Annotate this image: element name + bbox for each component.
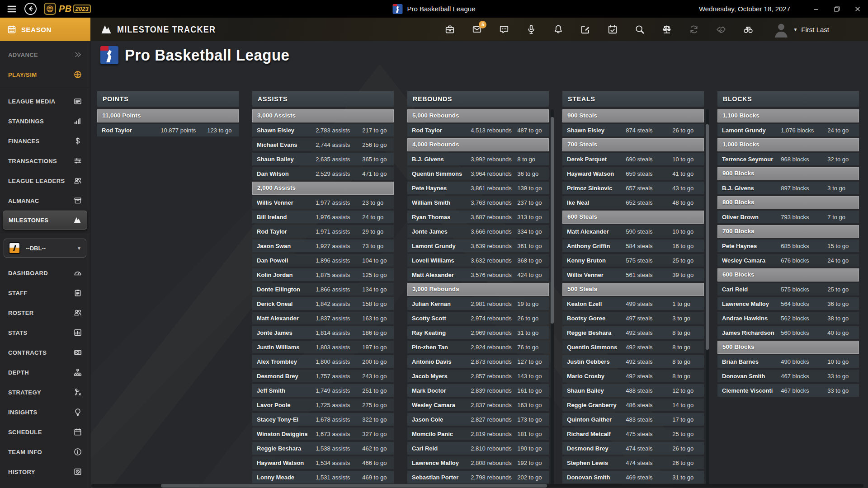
player-row[interactable]: Ike Neal652 steals48 to go xyxy=(562,196,704,209)
player-row[interactable]: B.J. Givens897 blocks3 to go xyxy=(717,182,859,194)
sidebar-item-league-media[interactable]: LEAGUE MEDIA xyxy=(0,91,90,111)
sidebar-item-transactions[interactable]: TRANSACTIONS xyxy=(0,151,90,171)
sidebar-item-stats[interactable]: STATS xyxy=(0,323,90,343)
player-row[interactable]: Bill Ireland1,976 assists24 to go xyxy=(252,211,394,223)
player-row[interactable]: Oliver Brown793 blocks7 to go xyxy=(717,211,859,223)
player-row[interactable]: Antonio Davis2,873 rebounds127 to go xyxy=(407,355,549,368)
player-row[interactable]: Rod Taylor4,513 rebounds487 to go xyxy=(407,124,549,136)
player-row[interactable]: Wesley Camara676 blocks24 to go xyxy=(717,254,859,267)
scales-icon[interactable] xyxy=(662,24,672,34)
horizontal-scrollbar[interactable] xyxy=(91,484,863,488)
player-row[interactable]: Matt Alexander1,837 assists163 to go xyxy=(252,312,394,324)
player-row[interactable]: Lavor Poole1,725 assists275 to go xyxy=(252,399,394,411)
player-row[interactable]: Clemente Visconti467 blocks33 to go xyxy=(717,384,859,397)
player-row[interactable]: Terrence Seymour968 blocks32 to go xyxy=(717,153,859,165)
player-row[interactable]: Jason Swan1,927 assists73 to go xyxy=(252,239,394,252)
team-selector-dropdown[interactable]: --DBL--▼ xyxy=(4,239,86,258)
player-row[interactable]: Michael Evans2,744 assists256 to go xyxy=(252,138,394,151)
player-row[interactable]: Jonte James3,666 rebounds334 to go xyxy=(407,225,549,238)
player-row[interactable]: Rod Taylor10,877 points123 to go xyxy=(97,124,239,136)
vertical-scrollbar[interactable] xyxy=(551,109,554,485)
player-row[interactable]: Lovell Williams3,632 rebounds368 to go xyxy=(407,254,549,267)
binoculars-icon[interactable] xyxy=(743,24,753,34)
sidebar-item-contracts[interactable]: CONTRACTS xyxy=(0,343,90,362)
sidebar-item-advance[interactable]: ADVANCE xyxy=(0,45,90,65)
player-row[interactable]: Jonte James1,814 assists186 to go xyxy=(252,326,394,339)
player-row[interactable]: Reggie Beshara1,538 assists462 to go xyxy=(252,442,394,455)
player-row[interactable]: Derick Oneal1,842 assists158 to go xyxy=(252,297,394,310)
player-row[interactable]: Scotty Scott2,974 rebounds26 to go xyxy=(407,312,549,324)
player-row[interactable]: Willis Venner561 steals39 to go xyxy=(562,268,704,281)
sidebar-item-staff[interactable]: STAFF xyxy=(0,283,90,303)
minimize-button[interactable] xyxy=(806,0,826,18)
mic-icon[interactable] xyxy=(526,24,536,34)
player-row[interactable]: Jacob Myers2,857 rebounds143 to go xyxy=(407,370,549,382)
player-row[interactable]: Justin Williams1,803 assists197 to go xyxy=(252,341,394,353)
player-row[interactable]: Dan Wilson2,529 assists471 to go xyxy=(252,167,394,180)
player-row[interactable]: Quentin Simmons3,964 rebounds36 to go xyxy=(407,167,549,180)
player-row[interactable]: Hayward Watson1,534 assists466 to go xyxy=(252,456,394,469)
player-row[interactable]: Anthony Griffin584 steals16 to go xyxy=(562,239,704,252)
player-row[interactable]: Stephen Lewis474 steals26 to go xyxy=(562,456,704,469)
player-row[interactable]: Primoz Sinkovic657 steals43 to go xyxy=(562,182,704,194)
player-row[interactable]: Lonny Meade1,531 assists469 to go xyxy=(252,471,394,483)
player-row[interactable]: Lamont Grundy3,639 rebounds361 to go xyxy=(407,239,549,252)
player-row[interactable]: Momcilo Panic2,819 rebounds181 to go xyxy=(407,427,549,440)
search-icon[interactable] xyxy=(635,24,645,34)
player-row[interactable]: Carl Reid575 blocks25 to go xyxy=(717,283,859,296)
hamburger-menu-icon[interactable] xyxy=(6,4,17,14)
player-row[interactable]: Desmond Brey474 steals26 to go xyxy=(562,442,704,455)
briefcase-icon[interactable] xyxy=(445,24,455,34)
player-row[interactable]: Hayward Watson659 steals41 to go xyxy=(562,167,704,180)
player-row[interactable]: James Richardson560 blocks40 to go xyxy=(717,326,859,339)
player-row[interactable]: Jeff Smith1,749 assists251 to go xyxy=(252,384,394,397)
sidebar-item-strategy[interactable]: STRATEGY xyxy=(0,382,90,402)
player-row[interactable]: Shawn Eisley2,783 assists217 to go xyxy=(252,124,394,136)
player-row[interactable]: Bootsy Goree497 steals3 to go xyxy=(562,312,704,324)
player-row[interactable]: Derek Parquet690 steals10 to go xyxy=(562,153,704,165)
restore-button[interactable] xyxy=(826,0,847,18)
player-row[interactable]: Kenny Bruton575 steals25 to go xyxy=(562,254,704,267)
user-menu[interactable]: ▼ First Last xyxy=(773,21,829,38)
sidebar-item-dashboard[interactable]: DASHBOARD xyxy=(0,263,90,283)
player-row[interactable]: Rod Taylor1,971 assists29 to go xyxy=(252,225,394,238)
player-row[interactable]: Desmond Brey1,757 assists243 to go xyxy=(252,370,394,382)
player-row[interactable]: Jason Cole2,827 rebounds173 to go xyxy=(407,413,549,426)
season-menu[interactable]: SEASON xyxy=(0,18,90,41)
sidebar-item-depth[interactable]: DEPTH xyxy=(0,362,90,382)
player-row[interactable]: Mario Crosby492 steals8 to go xyxy=(562,370,704,382)
player-row[interactable]: Quinton Gaither483 steals17 to go xyxy=(562,413,704,426)
mail-icon[interactable]: 5 xyxy=(472,24,482,34)
player-row[interactable]: Reggie Beshara492 steals8 to go xyxy=(562,326,704,339)
bell-icon[interactable] xyxy=(553,24,563,34)
sidebar-item-team-info[interactable]: TEAM INFO xyxy=(0,442,90,462)
player-row[interactable]: Julian Kernan2,981 rebounds19 to go xyxy=(407,297,549,310)
player-row[interactable]: Stacey Tony-El1,678 assists322 to go xyxy=(252,413,394,426)
player-row[interactable]: Pete Haynes685 blocks15 to go xyxy=(717,239,859,252)
close-button[interactable] xyxy=(847,0,868,18)
compose-icon[interactable] xyxy=(580,24,590,34)
player-row[interactable]: Carl Reid2,810 rebounds190 to go xyxy=(407,442,549,455)
player-row[interactable]: Winston Dwiggins1,673 assists327 to go xyxy=(252,427,394,440)
sidebar-item-milestones[interactable]: MILESTONES xyxy=(3,211,87,230)
player-row[interactable]: Quentin Simmons492 steals8 to go xyxy=(562,341,704,353)
player-row[interactable]: Lamont Grundy1,076 blocks24 to go xyxy=(717,124,859,136)
player-row[interactable]: Lawrence Malloy564 blocks36 to go xyxy=(717,297,859,310)
player-row[interactable]: Mark Doctor2,839 rebounds161 to go xyxy=(407,384,549,397)
sidebar-item-league-leaders[interactable]: LEAGUE LEADERS xyxy=(0,171,90,191)
player-row[interactable]: Shaun Bailey2,635 assists365 to go xyxy=(252,153,394,165)
player-row[interactable]: Matt Alexander590 steals10 to go xyxy=(562,225,704,238)
player-row[interactable]: Shawn Eisley874 steals26 to go xyxy=(562,124,704,136)
player-row[interactable]: Richard Metcalf475 steals25 to go xyxy=(562,427,704,440)
sidebar-item-standings[interactable]: STANDINGS xyxy=(0,111,90,131)
sidebar-item-play-sim[interactable]: PLAY/SIM xyxy=(0,65,90,84)
sidebar-item-finances[interactable]: FINANCES xyxy=(0,131,90,151)
player-row[interactable]: Brian Barnes490 blocks10 to go xyxy=(717,355,859,368)
player-row[interactable]: Pete Haynes3,861 rebounds139 to go xyxy=(407,182,549,194)
horizontal-scrollbar-thumb[interactable] xyxy=(161,484,547,488)
player-row[interactable]: Alex Trombley1,800 assists200 to go xyxy=(252,355,394,368)
vertical-scrollbar[interactable] xyxy=(706,109,709,485)
player-row[interactable]: Willis Venner1,977 assists23 to go xyxy=(252,196,394,209)
player-row[interactable]: William Smith3,763 rebounds237 to go xyxy=(407,196,549,209)
sidebar-item-almanac[interactable]: ALMANAC xyxy=(0,191,90,211)
